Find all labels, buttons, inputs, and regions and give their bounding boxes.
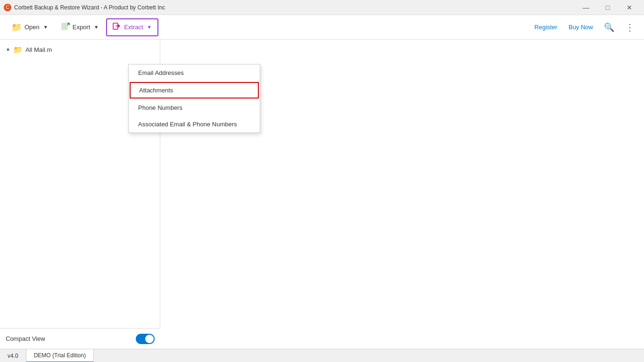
dropdown-item-email-addresses[interactable]: Email Addresses <box>129 65 260 81</box>
email-addresses-label: Email Addresses <box>138 69 184 76</box>
version-tab: v4.0 <box>0 349 26 362</box>
export-caret-icon: ▼ <box>94 25 99 30</box>
open-caret-icon: ▼ <box>43 25 48 30</box>
buy-now-link[interactable]: Buy Now <box>565 21 597 33</box>
export-icon <box>61 22 70 33</box>
compact-view-toggle[interactable] <box>136 334 155 344</box>
close-button[interactable]: ✕ <box>619 0 640 15</box>
title-bar: C Corbett Backup & Restore Wizard - A Pr… <box>0 0 644 15</box>
folder-tree-icon: 📁 <box>13 45 23 54</box>
more-icon: ⋮ <box>625 22 635 33</box>
register-link[interactable]: Register <box>531 21 561 33</box>
attachments-label: Attachments <box>139 87 173 94</box>
svg-rect-0 <box>62 23 67 30</box>
extract-dropdown-menu: Email Addresses Attachments Phone Number… <box>128 64 260 133</box>
tree-arrow-icon: ▼ <box>6 47 10 52</box>
tree-label: All Mail.m <box>25 46 52 53</box>
title-bar-controls: — □ ✕ <box>575 0 640 15</box>
export-button[interactable]: Export ▼ <box>56 18 104 36</box>
phone-numbers-label: Phone Numbers <box>138 104 182 111</box>
open-label: Open <box>25 24 40 31</box>
status-bar: v4.0 DEMO (Trial Edition) <box>0 349 644 362</box>
search-icon: 🔍 <box>604 22 614 33</box>
toolbar: 📁 Open ▼ Export ▼ Extract ▼ Register Buy… <box>0 15 644 40</box>
dropdown-item-associated-email-phone[interactable]: Associated Email & Phone Numbers <box>129 116 260 132</box>
extract-icon <box>113 22 121 33</box>
search-button[interactable]: 🔍 <box>601 19 618 36</box>
dropdown-item-attachments[interactable]: Attachments <box>130 82 259 99</box>
toggle-knob <box>145 335 154 343</box>
app-icon: C <box>4 4 11 11</box>
compact-view-label: Compact View <box>6 335 45 342</box>
toolbar-right: Register Buy Now 🔍 ⋮ <box>531 19 638 36</box>
tree-item-all-mail[interactable]: ▼ 📁 All Mail.m <box>0 43 160 56</box>
bottom-bar: Compact View <box>0 328 160 349</box>
more-options-button[interactable]: ⋮ <box>621 19 638 36</box>
minimize-button[interactable]: — <box>575 0 597 15</box>
extract-label: Extract <box>124 24 143 31</box>
extract-button[interactable]: Extract ▼ <box>106 18 158 36</box>
folder-icon: 📁 <box>11 22 22 33</box>
extract-caret-icon: ▼ <box>147 25 152 30</box>
export-label: Export <box>73 24 91 31</box>
main-area: ▼ 📁 All Mail.m Email Addresses Attachmen… <box>0 40 644 349</box>
edition-tab: DEMO (Trial Edition) <box>26 349 94 362</box>
title-bar-text: Corbett Backup & Restore Wizard - A Prod… <box>14 4 575 11</box>
open-button[interactable]: 📁 Open ▼ <box>6 18 54 36</box>
dropdown-item-phone-numbers[interactable]: Phone Numbers <box>129 99 260 116</box>
associated-email-phone-label: Associated Email & Phone Numbers <box>138 121 237 128</box>
maximize-button[interactable]: □ <box>597 0 619 15</box>
